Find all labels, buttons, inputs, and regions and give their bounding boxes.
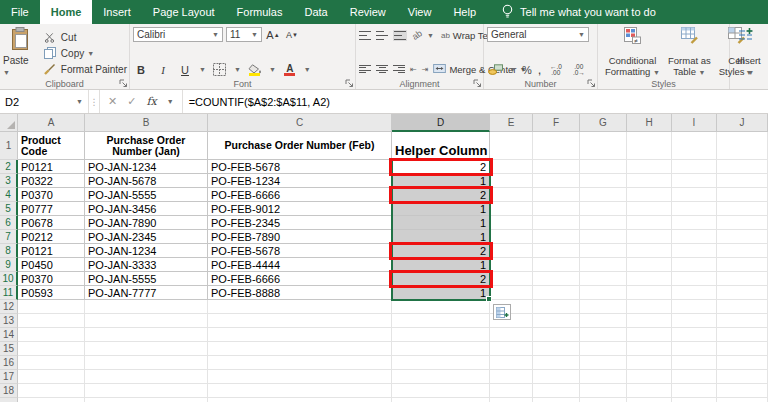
cell-H3[interactable] xyxy=(627,174,672,188)
row-header-3[interactable]: 3 xyxy=(0,174,18,188)
cell-I17[interactable] xyxy=(672,370,717,384)
cell-J2[interactable] xyxy=(717,160,768,174)
select-all-button[interactable] xyxy=(0,114,18,132)
cell-E19[interactable] xyxy=(490,398,533,402)
cell-E17[interactable] xyxy=(490,370,533,384)
cell-F2[interactable] xyxy=(533,160,580,174)
cell-F11[interactable] xyxy=(533,286,580,300)
cell-D17[interactable] xyxy=(392,370,490,384)
cell-A13[interactable] xyxy=(18,314,85,328)
tab-view[interactable]: View xyxy=(397,0,443,24)
cell-A1[interactable]: Product Code xyxy=(18,132,85,160)
font-size-select[interactable]: 11▼ xyxy=(226,27,262,42)
cell-E3[interactable] xyxy=(490,174,533,188)
cell-D5[interactable]: 1 xyxy=(392,202,490,216)
cell-E4[interactable] xyxy=(490,188,533,202)
cell-J16[interactable] xyxy=(717,356,768,370)
cell-J9[interactable] xyxy=(717,258,768,272)
column-header-C[interactable]: C xyxy=(208,114,392,132)
column-header-D[interactable]: D xyxy=(392,114,490,132)
cell-J10[interactable] xyxy=(717,272,768,286)
cell-H11[interactable] xyxy=(627,286,672,300)
cell-C11[interactable]: PO-FEB-8888 xyxy=(208,286,392,300)
column-header-J[interactable]: J xyxy=(717,114,768,132)
number-dialog-launcher[interactable] xyxy=(587,79,596,88)
cell-E7[interactable] xyxy=(490,230,533,244)
percent-style-button[interactable]: % xyxy=(522,64,532,76)
row-header-14[interactable]: 14 xyxy=(0,328,18,342)
fill-color-button[interactable] xyxy=(247,62,263,77)
cell-C16[interactable] xyxy=(208,356,392,370)
cell-F17[interactable] xyxy=(533,370,580,384)
cell-I2[interactable] xyxy=(672,160,717,174)
cell-F1[interactable] xyxy=(533,132,580,160)
cell-B5[interactable]: PO-JAN-3456 xyxy=(85,202,208,216)
cell-G12[interactable] xyxy=(580,300,627,314)
cell-E8[interactable] xyxy=(490,244,533,258)
row-header-9[interactable]: 9 xyxy=(0,258,18,272)
copy-button[interactable]: Copy ▼ xyxy=(42,45,127,61)
align-center-icon[interactable] xyxy=(376,65,388,74)
auto-fill-options-button[interactable] xyxy=(493,304,511,320)
cell-B6[interactable]: PO-JAN-7890 xyxy=(85,216,208,230)
cell-I8[interactable] xyxy=(672,244,717,258)
cell-B7[interactable]: PO-JAN-2345 xyxy=(85,230,208,244)
row-header-8[interactable]: 8 xyxy=(0,244,18,258)
cell-H12[interactable] xyxy=(627,300,672,314)
cell-C6[interactable]: PO-FEB-2345 xyxy=(208,216,392,230)
cell-B11[interactable]: PO-JAN-7777 xyxy=(85,286,208,300)
format-as-table-button[interactable]: Format asTable ▼ xyxy=(664,27,715,77)
cell-B12[interactable] xyxy=(85,300,208,314)
cell-A11[interactable]: P0593 xyxy=(18,286,85,300)
cell-J12[interactable] xyxy=(717,300,768,314)
increase-font-size-icon[interactable]: A▲ xyxy=(265,27,281,42)
cell-D2[interactable]: 2 xyxy=(392,160,490,174)
cell-F16[interactable] xyxy=(533,356,580,370)
cell-C10[interactable]: PO-FEB-6666 xyxy=(208,272,392,286)
cell-E9[interactable] xyxy=(490,258,533,272)
cell-C14[interactable] xyxy=(208,328,392,342)
cell-A12[interactable] xyxy=(18,300,85,314)
cell-J6[interactable] xyxy=(717,216,768,230)
cell-B9[interactable]: PO-JAN-3333 xyxy=(85,258,208,272)
cell-J17[interactable] xyxy=(717,370,768,384)
cell-F5[interactable] xyxy=(533,202,580,216)
column-header-B[interactable]: B xyxy=(85,114,208,132)
tab-insert[interactable]: Insert xyxy=(92,0,142,24)
clipboard-dialog-launcher[interactable] xyxy=(119,79,128,88)
row-header-6[interactable]: 6 xyxy=(0,216,18,230)
row-header-15[interactable]: 15 xyxy=(0,342,18,356)
cell-H15[interactable] xyxy=(627,342,672,356)
row-header-16[interactable]: 16 xyxy=(0,356,18,370)
font-family-select[interactable]: Calibri▼ xyxy=(133,27,223,42)
cell-D1[interactable]: Helper Column xyxy=(392,132,490,160)
cell-E1[interactable] xyxy=(490,132,533,160)
cell-J4[interactable] xyxy=(717,188,768,202)
tab-data[interactable]: Data xyxy=(293,0,338,24)
cell-A3[interactable]: P0322 xyxy=(18,174,85,188)
cell-A16[interactable] xyxy=(18,356,85,370)
cell-B10[interactable]: PO-JAN-5555 xyxy=(85,272,208,286)
cell-C5[interactable]: PO-FEB-9012 xyxy=(208,202,392,216)
cell-B15[interactable] xyxy=(85,342,208,356)
cell-J13[interactable] xyxy=(717,314,768,328)
cell-D14[interactable] xyxy=(392,328,490,342)
decrease-indent-icon[interactable]: ⇤ xyxy=(410,65,417,74)
align-right-icon[interactable] xyxy=(393,65,405,74)
cell-E16[interactable] xyxy=(490,356,533,370)
cell-A14[interactable] xyxy=(18,328,85,342)
decrease-font-size-icon[interactable]: A▼ xyxy=(284,27,300,42)
cell-D4[interactable]: 2 xyxy=(392,188,490,202)
cell-E5[interactable] xyxy=(490,202,533,216)
cell-D18[interactable] xyxy=(392,384,490,398)
cell-B19[interactable] xyxy=(85,398,208,402)
cell-H2[interactable] xyxy=(627,160,672,174)
align-bottom-icon[interactable] xyxy=(393,30,407,41)
row-header-1[interactable]: 1 xyxy=(0,132,18,160)
cell-A17[interactable] xyxy=(18,370,85,384)
cell-A6[interactable]: P0678 xyxy=(18,216,85,230)
cell-H9[interactable] xyxy=(627,258,672,272)
cell-I11[interactable] xyxy=(672,286,717,300)
cut-button[interactable]: Cut xyxy=(42,29,127,45)
tab-file[interactable]: File xyxy=(0,0,40,24)
